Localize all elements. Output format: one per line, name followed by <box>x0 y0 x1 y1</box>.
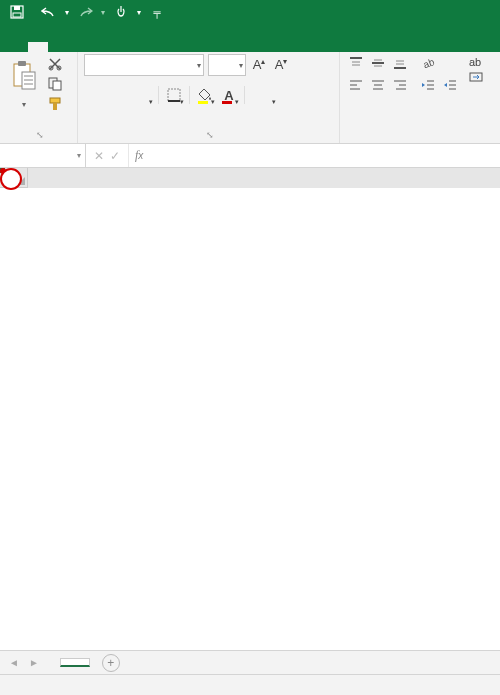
fill-color-button[interactable]: ▾ <box>194 84 216 106</box>
svg-rect-14 <box>53 103 57 110</box>
worksheet-grid[interactable] <box>0 168 500 650</box>
ribbon-tabstrip <box>0 24 500 52</box>
orientation-button[interactable]: ab <box>418 54 438 72</box>
tab-file[interactable] <box>4 42 24 52</box>
copy-icon[interactable] <box>46 76 64 92</box>
paste-button[interactable] <box>6 54 42 96</box>
align-right-button[interactable] <box>390 76 410 94</box>
tab-formulas[interactable] <box>124 42 144 52</box>
touch-mode-icon[interactable] <box>110 1 132 23</box>
save-icon[interactable] <box>6 1 28 23</box>
dialog-launcher-icon[interactable]: ⤡ <box>36 130 44 140</box>
align-top-button[interactable] <box>346 54 366 72</box>
redo-dropdown-icon[interactable]: ▾ <box>98 1 108 23</box>
tab-page-layout[interactable] <box>100 42 120 52</box>
redo-icon[interactable] <box>74 1 96 23</box>
svg-rect-2 <box>13 13 21 17</box>
sheet-nav-prev[interactable]: ◄ <box>6 657 22 668</box>
group-clipboard: ▾ ⤡ <box>0 52 78 143</box>
border-button[interactable]: ▾ <box>163 84 185 106</box>
svg-rect-15 <box>168 89 180 101</box>
align-center-button[interactable] <box>368 76 388 94</box>
align-left-button[interactable] <box>346 76 366 94</box>
enter-formula-icon[interactable]: ✓ <box>110 149 120 163</box>
chevron-down-icon: ▾ <box>197 61 201 70</box>
group-alignment-label <box>346 138 494 143</box>
tab-draw[interactable] <box>76 42 96 52</box>
svg-rect-1 <box>14 6 20 10</box>
format-painter-icon[interactable] <box>46 96 64 112</box>
group-font-label: ⤡ <box>84 128 333 143</box>
group-font: ▾ ▾ A▴ A▾ ▾ ▾ ▾ A▾ ▾ ⤡ <box>78 52 340 143</box>
group-clipboard-label: ⤡ <box>6 128 71 143</box>
tab-insert[interactable] <box>52 42 72 52</box>
svg-rect-4 <box>18 61 26 66</box>
font-size-combo[interactable]: ▾ <box>208 54 246 76</box>
font-name-combo[interactable]: ▾ <box>84 54 204 76</box>
wrap-text-button[interactable]: ab <box>469 56 486 68</box>
underline-button[interactable]: ▾ <box>132 84 154 106</box>
merge-center-button[interactable] <box>469 72 486 82</box>
undo-icon[interactable] <box>38 1 60 23</box>
grow-font-button[interactable]: A▴ <box>250 57 268 72</box>
svg-text:ab: ab <box>422 56 435 70</box>
chevron-down-icon: ▾ <box>77 151 81 160</box>
name-box[interactable]: ▾ <box>0 144 86 167</box>
bold-button[interactable] <box>84 84 106 106</box>
paste-dropdown-icon[interactable]: ▾ <box>22 100 26 109</box>
sheet-nav-next[interactable]: ► <box>26 657 42 668</box>
shrink-font-button[interactable]: A▾ <box>272 57 290 72</box>
decrease-indent-button[interactable] <box>418 76 438 94</box>
sheet-tab-active[interactable] <box>60 658 90 667</box>
touch-dropdown-icon[interactable]: ▾ <box>134 1 144 23</box>
formula-bar-row: ▾ ✕ ✓ fx <box>0 144 500 168</box>
cancel-formula-icon[interactable]: ✕ <box>94 149 104 163</box>
svg-rect-12 <box>53 81 61 90</box>
status-bar <box>0 674 500 695</box>
align-middle-button[interactable] <box>368 54 388 72</box>
qat-customize-icon[interactable]: ╤ <box>146 1 168 23</box>
font-color-button[interactable]: A▾ <box>218 84 240 106</box>
align-bottom-button[interactable] <box>390 54 410 72</box>
sheet-tab-bar: ◄ ► + <box>0 650 500 674</box>
fx-icon[interactable]: fx <box>129 144 149 167</box>
chevron-down-icon: ▾ <box>239 61 243 70</box>
ribbon: ▾ ⤡ ▾ ▾ A▴ A▾ ▾ ▾ <box>0 52 500 144</box>
formula-input[interactable] <box>149 144 500 167</box>
phonetic-button[interactable]: ▾ <box>249 84 277 106</box>
tab-view[interactable] <box>196 42 216 52</box>
italic-button[interactable] <box>108 84 130 106</box>
undo-dropdown-icon[interactable]: ▾ <box>62 1 72 23</box>
add-sheet-button[interactable]: + <box>102 654 120 672</box>
svg-rect-13 <box>50 98 60 103</box>
group-alignment: ab ab <box>340 52 500 143</box>
annotation-marker-1 <box>0 168 22 190</box>
tab-home[interactable] <box>28 42 48 52</box>
tab-data[interactable] <box>148 42 168 52</box>
cut-icon[interactable] <box>46 56 64 72</box>
tab-review[interactable] <box>172 42 192 52</box>
dialog-launcher-icon[interactable]: ⤡ <box>206 130 214 140</box>
quick-access-toolbar: ▾ ▾ ▾ ╤ <box>0 0 500 24</box>
increase-indent-button[interactable] <box>440 76 460 94</box>
